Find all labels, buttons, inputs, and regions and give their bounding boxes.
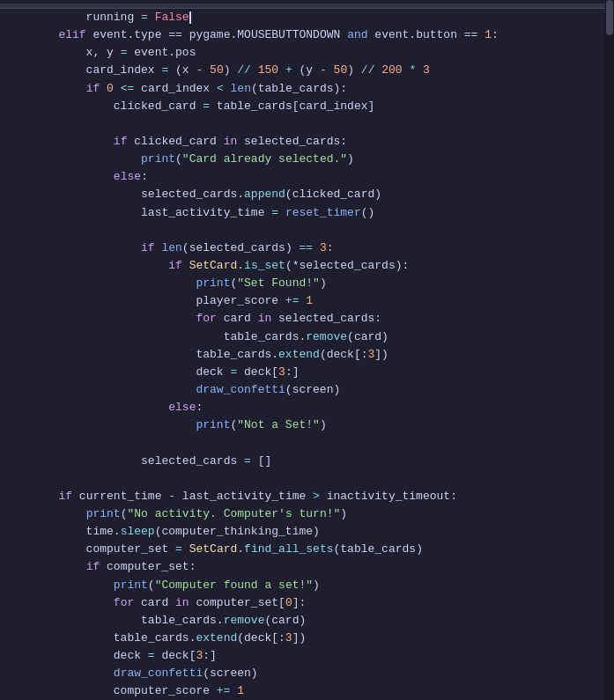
code-line: selected_cards.append(clicked_card) — [0, 186, 614, 203]
code-line: elif event.type == pygame.MOUSEBUTTONDOW… — [0, 26, 614, 44]
code-line: selected_cards = [] — [0, 453, 614, 470]
code-line — [0, 115, 614, 133]
code-line: clicked_card = table_cards[card_index] — [0, 98, 614, 115]
code-line: for card in selected_cards: — [0, 310, 614, 328]
code-line: else: — [0, 399, 614, 416]
code-line: time.sleep(computer_thinking_time) — [0, 523, 614, 541]
code-line: deck = deck[3:] — [0, 647, 614, 665]
code-line: running = False — [0, 9, 614, 26]
code-line: if SetCard.is_set(*selected_cards): — [0, 257, 614, 275]
code-line: draw_confetti(screen) — [0, 381, 614, 399]
code-line: print("Set Found!") — [0, 275, 614, 292]
code-line: print("Card already selected.") — [0, 151, 614, 168]
code-line: table_cards.extend(deck[:3]) — [0, 346, 614, 364]
code-line: last_activity_time = reset_timer() — [0, 204, 614, 222]
code-line: print("Not a Set!") — [0, 416, 614, 434]
code-line: table_cards.remove(card) — [0, 612, 614, 630]
code-editor: running = False elif event.type == pygam… — [0, 0, 614, 700]
code-line: if clicked_card in selected_cards: — [0, 133, 614, 151]
code-line: for card in computer_set[0]: — [0, 594, 614, 612]
code-line: player_score += 1 — [0, 292, 614, 310]
code-line: computer_score += 1 — [0, 682, 614, 700]
code-line: if current_time - last_activity_time > i… — [0, 488, 614, 505]
code-line: if len(selected_cards) == 3: — [0, 239, 614, 257]
code-line: table_cards.extend(deck[:3]) — [0, 630, 614, 647]
code-line: print("No activity. Computer's turn!") — [0, 505, 614, 523]
scrollbar[interactable] — [605, 0, 614, 700]
code-line: print("Computer found a set!") — [0, 577, 614, 594]
code-line: table_cards.remove(card) — [0, 328, 614, 346]
code-line: if 0 <= card_index < len(table_cards): — [0, 80, 614, 98]
code-line: draw_confetti(screen) — [0, 665, 614, 682]
code-line: else: — [0, 168, 614, 186]
code-line — [0, 434, 614, 452]
scrollbar-thumb[interactable] — [606, 0, 613, 35]
code-line — [0, 470, 614, 488]
code-line: if computer_set: — [0, 558, 614, 576]
code-line: computer_set = SetCard.find_all_sets(tab… — [0, 541, 614, 558]
code-line — [0, 222, 614, 239]
code-line: card_index = (x - 50) // 150 + (y - 50) … — [0, 62, 614, 79]
code-line: x, y = event.pos — [0, 44, 614, 62]
code-line: deck = deck[3:] — [0, 364, 614, 381]
